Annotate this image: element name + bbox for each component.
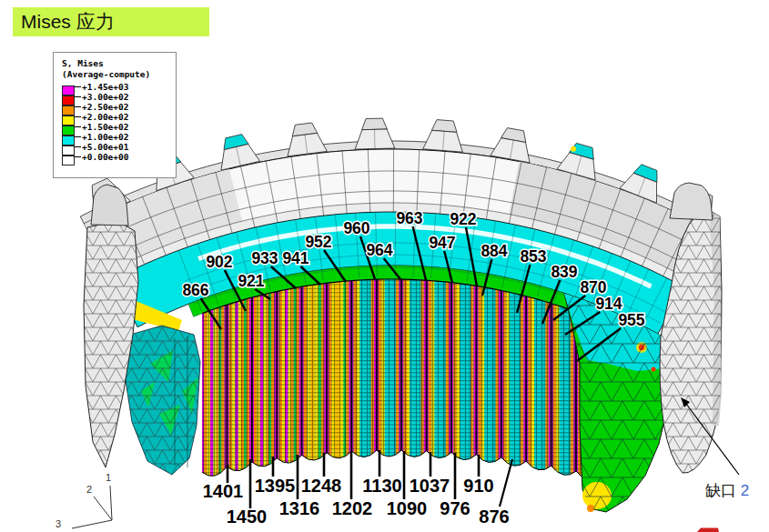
legend-color-scale: +1.45e+03+3.00e+02+2.50e+02+2.00e+02+1.5… [62,86,172,166]
stress-value-top: 922 [450,210,476,228]
contour-legend: S, Mises (Average-compute) +1.45e+03+3.0… [53,52,177,178]
stress-value-top: 870 [580,278,606,296]
left-region-mesh [124,326,200,475]
stress-value-top: 933 [251,249,278,267]
legend-value: +2.50e+02 [82,102,128,112]
legend-tick [75,146,81,147]
right-cap-tooth [670,183,713,220]
title-bar: Mises 应力 [13,7,209,36]
stress-value-bottom: 910 [463,476,493,496]
axis-2 [94,497,112,520]
stress-value-top: 921 [238,272,264,290]
stress-value-top: 963 [396,209,422,227]
stress-value-bottom: 1202 [332,498,373,518]
stress-value-top: 952 [305,233,331,251]
legend-value: +0.00e+00 [82,152,128,162]
legend-swatch [62,146,75,156]
legend-swatch [62,156,75,166]
axis-3 [72,520,112,528]
stress-value-bottom: 1401 [203,481,244,501]
logo-sliver [697,528,719,532]
left-cap-mesh [84,221,138,467]
legend-value: +1.50e+02 [82,122,128,132]
stress-value-top: 853 [520,247,546,266]
legend-tick [75,106,81,107]
stress-value-top: 839 [551,263,577,281]
stress-value-top: 884 [481,242,507,260]
axis-label-1: 1 [106,472,111,483]
legend-swatch [62,95,75,105]
stress-value-bottom: 1316 [279,498,320,518]
fea-figure: 123缺口 2866902921933941952960964963947922… [0,0,769,532]
legend-tick [75,86,81,87]
axis-1 [110,486,112,520]
legend-averaging: (Average-compute) [62,69,172,80]
legend-entry: +0.00e+00 [62,156,172,166]
legend-value: +2.00e+02 [82,112,128,122]
stress-value-bottom: 1395 [255,476,296,496]
legend-value: +1.45e+03 [82,82,128,92]
legend-value: +1.00e+02 [82,132,128,142]
stress-value-top: 960 [343,219,369,237]
left-cap-tooth [91,185,128,226]
stress-value-bottom: 1248 [301,476,342,496]
stress-value-bottom: 976 [440,498,470,518]
legend-swatch [62,105,75,115]
gear-tooth-top [362,118,388,130]
stress-value-top: 914 [595,295,622,313]
legend-swatch [62,85,75,95]
stress-value-top: 902 [206,253,232,271]
legend-swatch [62,136,75,146]
legend-swatch [62,115,75,125]
axis-label-3: 3 [56,518,61,529]
stress-value-bottom: 1037 [410,476,450,496]
stress-value-top: 941 [282,249,309,267]
stress-spot [571,146,576,152]
stress-value-bottom: 876 [479,507,509,527]
stress-value-top: 866 [182,281,208,299]
stress-value-top: 955 [618,311,644,329]
legend-value: +5.00e+01 [82,142,128,152]
stress-value-bottom: 1450 [227,507,268,527]
notch-label: 缺口 2 [705,482,749,499]
axis-label-2: 2 [86,484,92,495]
legend-value: +3.00e+02 [82,92,128,102]
stress-value-top: 964 [366,241,392,259]
stress-value-bottom: 1090 [387,498,428,518]
stress-leader-line [500,459,512,507]
legend-tick [75,156,81,157]
legend-field-name: S, Mises [62,58,172,69]
legend-swatch [62,125,75,136]
legend-tick [75,96,81,97]
stress-value-top: 947 [429,234,455,252]
legend-tick [75,136,81,137]
page-title: Mises 应力 [21,11,115,32]
stress-value-bottom: 1130 [362,476,401,496]
legend-tick [75,126,81,127]
legend-tick [75,116,81,117]
